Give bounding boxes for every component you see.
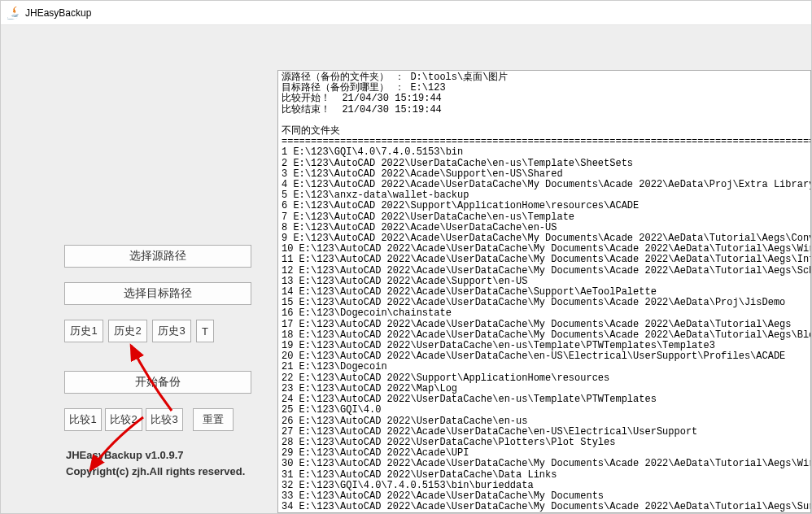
content-area: 选择源路径 选择目标路径 历史1 历史2 历史3 T 开始备份 比较1 比较2 …	[1, 25, 811, 513]
select-source-button[interactable]: 选择源路径	[64, 245, 251, 268]
compare1-button[interactable]: 比较1	[64, 408, 102, 431]
window-title: JHEasyBackup	[25, 7, 91, 19]
start-backup-button[interactable]: 开始备份	[64, 371, 251, 394]
t-button[interactable]: T	[196, 320, 214, 342]
compare2-button[interactable]: 比较2	[105, 408, 142, 431]
compare-row: 比较1 比较2 比较3 重置	[64, 408, 277, 431]
history3-button[interactable]: 历史3	[152, 320, 191, 342]
compare3-button[interactable]: 比较3	[146, 408, 183, 431]
history2-button[interactable]: 历史2	[108, 320, 147, 342]
right-panel: 源路径（备份的文件夹） ： D:\tools\桌面\图片 目标路径（备份到哪里）…	[277, 25, 811, 513]
copyright-text: Copyright(c) zjh.All rights reserved.	[66, 464, 277, 480]
version-info: JHEasyBackup v1.0.9.7 Copyright(c) zjh.A…	[66, 447, 277, 479]
version-text: JHEasyBackup v1.0.9.7	[66, 447, 277, 464]
history-row: 历史1 历史2 历史3 T	[64, 320, 277, 342]
select-target-button[interactable]: 选择目标路径	[64, 282, 251, 305]
left-panel: 选择源路径 选择目标路径 历史1 历史2 历史3 T 开始备份 比较1 比较2 …	[1, 25, 277, 513]
log-output[interactable]: 源路径（备份的文件夹） ： D:\tools\桌面\图片 目标路径（备份到哪里）…	[277, 70, 811, 513]
reset-button[interactable]: 重置	[193, 408, 234, 431]
java-icon	[7, 7, 20, 20]
app-window: JHEasyBackup 选择源路径 选择目标路径 历史1 历史2 历史3 T …	[0, 0, 812, 514]
history1-button[interactable]: 历史1	[64, 320, 103, 342]
titlebar: JHEasyBackup	[1, 1, 811, 25]
